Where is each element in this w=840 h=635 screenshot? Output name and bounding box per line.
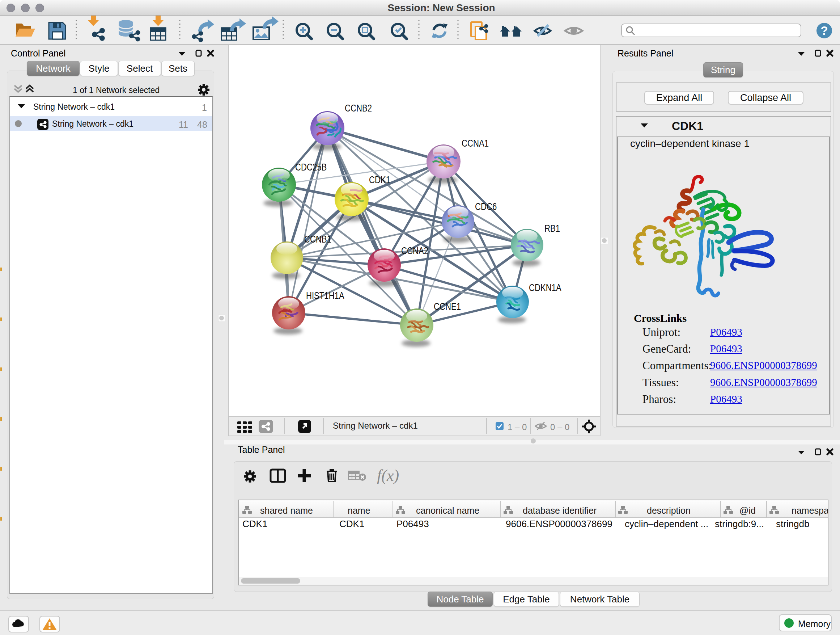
svg-text:CCNB1: CCNB1 [304,233,332,244]
svg-text:CDK1: CDK1 [369,174,390,185]
svg-text:CDC6: CDC6 [475,201,497,212]
svg-text:CCNE1: CCNE1 [434,301,461,312]
svg-text:CCNA2: CCNA2 [401,245,428,256]
svg-text:RB1: RB1 [545,222,560,233]
svg-text:CDC25B: CDC25B [295,161,327,172]
svg-text:CDKN1A: CDKN1A [529,282,561,293]
svg-text:CCNB2: CCNB2 [345,102,372,113]
svg-text:HIST1H1A: HIST1H1A [306,290,344,301]
svg-text:CCNA1: CCNA1 [462,137,489,149]
